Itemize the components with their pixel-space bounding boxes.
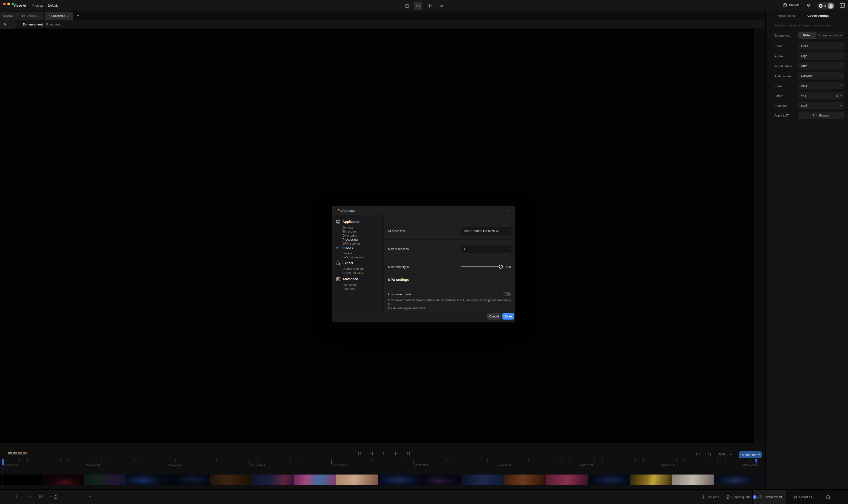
save-button[interactable]: Save: [502, 313, 514, 320]
nav-item-disk-space[interactable]: Disk space: [343, 283, 358, 287]
tab-label: Untitled 3: [53, 14, 65, 18]
settings-gear-icon[interactable]: ⚙: [807, 3, 810, 8]
nav-item-processing[interactable]: Processing: [343, 238, 358, 241]
render-button[interactable]: Render 10s: [739, 451, 762, 458]
zoom-out-icon[interactable]: −: [50, 494, 51, 498]
skip-to-start-icon[interactable]: [357, 451, 362, 456]
window-close-button[interactable]: [3, 3, 6, 5]
nav-item-crash-recovery[interactable]: Crash recovery: [343, 271, 363, 274]
max-memory-slider[interactable]: [461, 267, 502, 267]
nav-section-import[interactable]: Import: [343, 246, 353, 249]
zoom-fit-label[interactable]: Fit %: [719, 453, 726, 456]
more-options-icon[interactable]: ···: [755, 22, 760, 26]
fit-view-icon[interactable]: [403, 2, 411, 10]
tab-close-icon[interactable]: ×: [67, 14, 69, 18]
previous-frame-icon[interactable]: [369, 451, 374, 456]
filmstrip-frame[interactable]: [546, 474, 588, 485]
timeline-zoom-slider-handle[interactable]: [54, 495, 57, 499]
filmstrip-frame[interactable]: [126, 474, 168, 485]
filmstrip-frame[interactable]: [168, 474, 210, 485]
zoom-in-icon[interactable]: +: [89, 494, 91, 498]
set-in-point-icon[interactable]: [: [4, 494, 5, 498]
audio-codec-dropdown[interactable]: AC3: [798, 82, 845, 89]
filmstrip-frame[interactable]: [420, 474, 462, 485]
container-dropdown[interactable]: mp4: [798, 102, 845, 109]
nav-item-import-default[interactable]: Default: [343, 251, 352, 255]
next-frame-icon[interactable]: [394, 451, 399, 456]
crop-icon[interactable]: [708, 452, 712, 456]
play-icon[interactable]: [382, 451, 386, 456]
side-by-side-view-icon[interactable]: [437, 2, 445, 10]
nav-section-application[interactable]: Application: [343, 220, 360, 223]
presets-button[interactable]: Presets: [783, 3, 799, 7]
filmstrip-frame[interactable]: [42, 474, 84, 485]
nav-item-features[interactable]: Features: [343, 287, 354, 291]
audio-bitrate-dropdown[interactable]: 448 k: [798, 92, 845, 99]
clear-in-out-icon[interactable]: [×]: [28, 494, 31, 498]
filmstrip-frame[interactable]: [588, 474, 630, 485]
mute-icon[interactable]: [696, 452, 700, 456]
filmstrip-frame[interactable]: [504, 474, 546, 485]
filmstrip-frame[interactable]: [84, 474, 126, 485]
export-queue-button[interactable]: Export queue 1: [726, 490, 757, 504]
filmstrip-frame[interactable]: [714, 474, 756, 485]
browse-lut-button[interactable]: Browse: [798, 111, 845, 119]
tab-untitled-3[interactable]: Untitled 3 ×: [45, 12, 73, 20]
low-power-mode-toggle[interactable]: [503, 292, 511, 296]
nav-item-dpx-conversion[interactable]: DPX conversion: [343, 255, 364, 259]
timeline-zoom-slider[interactable]: [54, 497, 87, 498]
enhancement-filter-name[interactable]: Enhancement: [23, 23, 43, 26]
account-queue-pill[interactable]: 0: [817, 2, 834, 10]
output-image-sequence-option[interactable]: Image sequence: [816, 32, 845, 39]
max-processes-dropdown[interactable]: 1: [461, 245, 513, 253]
collapse-panel-icon[interactable]: [840, 3, 845, 9]
ai-processor-dropdown[interactable]: AMD Radeon RX 6950 XT: [461, 227, 513, 235]
share-button[interactable]: [826, 490, 830, 504]
tab-untitled-1[interactable]: Untitled 1: [16, 12, 45, 20]
set-out-point-icon[interactable]: ]: [16, 494, 17, 498]
output-video-option[interactable]: Video: [798, 32, 816, 39]
tab-adjustments[interactable]: Adjustments: [778, 14, 795, 17]
avatar[interactable]: [828, 3, 834, 9]
fx-icon[interactable]: fx: [0, 20, 18, 29]
profile-dropdown[interactable]: High: [798, 52, 845, 60]
nav-item-timecode[interactable]: Timecode: [343, 230, 356, 233]
tab-codec-settings[interactable]: Codec settings: [808, 14, 829, 17]
filmstrip-frame[interactable]: [630, 474, 672, 485]
zoom-to-selection-icon[interactable]: [Q]: [39, 494, 44, 498]
breadcrumb-projects[interactable]: Projects: [32, 4, 44, 7]
timeline-ruler[interactable]: [3, 460, 756, 463]
audio-mode-dropdown[interactable]: Convert: [798, 72, 845, 79]
filmstrip-frame[interactable]: [294, 474, 336, 485]
filmstrip-frame[interactable]: [378, 474, 420, 485]
tab-original[interactable]: Original: [0, 12, 16, 20]
filmstrip-frame[interactable]: [210, 474, 252, 485]
nav-item-general[interactable]: General: [343, 226, 353, 229]
split-view-icon[interactable]: [425, 2, 434, 10]
target-bitrate-dropdown[interactable]: Auto: [798, 62, 845, 70]
nav-item-gpu-settings[interactable]: GPU settings: [343, 242, 361, 245]
window-minimize-button[interactable]: [7, 3, 10, 5]
codec-dropdown[interactable]: H264: [798, 42, 845, 50]
filmstrip-frame[interactable]: [462, 474, 504, 485]
cloud-export-button[interactable]: Cloud export: [758, 490, 782, 504]
filmstrip-frame[interactable]: [336, 474, 378, 485]
dialog-close-icon[interactable]: ×: [508, 208, 510, 213]
max-memory-slider-handle[interactable]: [499, 265, 503, 269]
audio-bitrate-label: Bitrate: [774, 94, 783, 97]
export-as-button[interactable]: Export as...: [793, 490, 814, 504]
browse-label: Browse: [819, 114, 829, 117]
filmstrip-frame[interactable]: [672, 474, 714, 485]
nav-item-default-settings[interactable]: Default settings: [343, 267, 364, 271]
skip-to-end-icon[interactable]: [406, 451, 411, 456]
nav-item-directories[interactable]: Directories: [343, 234, 357, 237]
filmstrip-track[interactable]: [0, 473, 765, 486]
filmstrip-frame[interactable]: [252, 474, 294, 485]
nav-section-export[interactable]: Export: [343, 261, 353, 265]
nav-section-advanced[interactable]: Advanced: [343, 277, 358, 281]
new-tab-button[interactable]: +: [75, 13, 81, 18]
filmstrip-frame[interactable]: [0, 474, 42, 485]
sources-button[interactable]: Sources: [702, 490, 719, 504]
cancel-button[interactable]: Cancel: [487, 313, 501, 320]
single-view-icon[interactable]: [414, 2, 422, 10]
